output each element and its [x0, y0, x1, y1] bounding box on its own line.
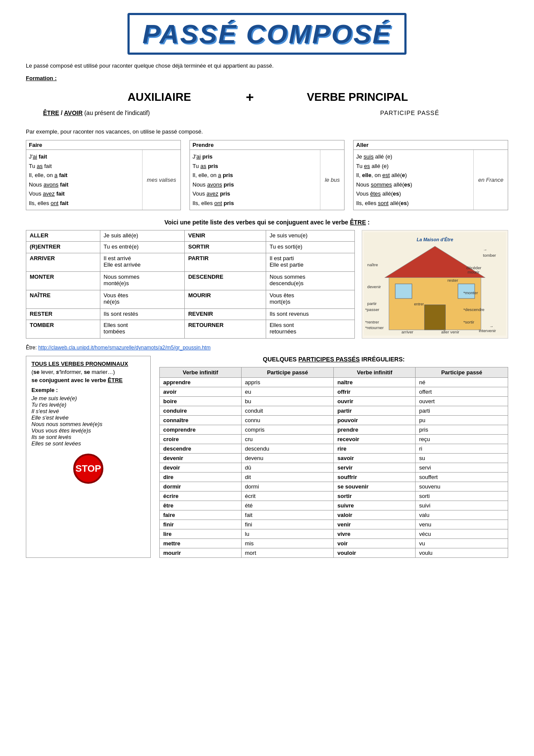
- etre-link-url[interactable]: http://claweb.cla.unipd.it/home/smazurel…: [38, 345, 211, 351]
- svg-rect-3: [395, 284, 412, 299]
- list-item: conduireconduitpartirparti: [160, 406, 508, 416]
- prendre-side: le bus: [320, 150, 344, 210]
- prendre-table: Prendre J'ai pris Tu as pris Il, elle, o…: [189, 140, 345, 210]
- pronominal-line-8: Elles se sont levées: [31, 440, 145, 447]
- svg-text:tomber: tomber: [483, 253, 497, 258]
- pronominal-etre-line: se conjuguent avec le verbe ÊTRE: [31, 377, 145, 383]
- prendre-line-3: Il, elle, on a pris: [192, 171, 317, 180]
- conj-descendre: Nous sommesdescendu(e)s: [266, 271, 354, 290]
- verb-rentrer: (R)ENTRER: [26, 242, 100, 253]
- table-row: TOMBER Elles sonttombées RETOURNER Elles…: [26, 320, 355, 338]
- svg-text:*monter: *monter: [463, 290, 478, 295]
- conj-aller: Je suis allé(e): [100, 230, 184, 242]
- prendre-line-4: Nous avons pris: [192, 180, 317, 189]
- svg-rect-2: [425, 305, 446, 330]
- list-item: finirfinivenirvenu: [160, 520, 508, 529]
- list-item: apprendreapprisnaîtrené: [160, 378, 508, 387]
- list-item: dormirdormise souvenirsouvenu: [160, 482, 508, 492]
- svg-text:intervenir: intervenir: [479, 328, 497, 333]
- aller-header: Aller: [354, 140, 508, 150]
- plus-label: +: [224, 89, 276, 105]
- table-row: ALLER Je suis allé(e) VENIR Je suis venu…: [26, 230, 355, 242]
- etre-avoir-label: ÊTRE / AVOIR (au présent de l'indicatif): [43, 109, 150, 116]
- aller-line-4: Nous sommes allé(es): [356, 180, 471, 189]
- title-section: PASSÉ COMPOSÉ: [26, 13, 508, 55]
- faire-header: Faire: [26, 140, 180, 150]
- house-svg: La Maison d'Être tomber → naître décéder…: [364, 232, 506, 336]
- svg-text:arriver: arriver: [401, 330, 413, 334]
- svg-text:partir: partir: [367, 301, 377, 306]
- pronominal-subtitle: (se lever, s'informer, se marier…): [31, 369, 145, 375]
- verb-aller: ALLER: [26, 230, 100, 242]
- etre-content: ALLER Je suis allé(e) VENIR Je suis venu…: [26, 230, 508, 339]
- list-item: comprendrecomprisprendrepris: [160, 425, 508, 435]
- house-illustration: La Maison d'Être tomber → naître décéder…: [362, 230, 508, 339]
- aller-side: en France: [473, 150, 508, 210]
- list-item: croirecrurecevoirreçu: [160, 435, 508, 444]
- conj-partir: Il est partiElle est partie: [266, 253, 354, 271]
- svg-text:devenir: devenir: [367, 284, 382, 289]
- prendre-conjugations: J'ai pris Tu as pris Il, elle, on a pris…: [190, 150, 320, 210]
- table-row: ARRIVER Il est arrivéElle est arrivée PA…: [26, 253, 355, 271]
- main-title: PASSÉ COMPOSÉ: [127, 13, 407, 55]
- aller-line-3: Il, elle, on est allé(e): [356, 171, 471, 180]
- prendre-body: J'ai pris Tu as pris Il, elle, on a pris…: [190, 150, 344, 210]
- svg-text:*sortir: *sortir: [463, 320, 475, 324]
- list-item: devenirdevenusavoirsu: [160, 454, 508, 463]
- pronominal-line-6: Vous vous êtes levé(e)s: [31, 427, 145, 434]
- prendre-line-5: Vous avez pris: [192, 190, 317, 198]
- irreg-section: QUELQUES PARTICIPES PASSÉS IRRÉGULIERS: …: [159, 356, 508, 558]
- aller-line-1: Je suis allé (e): [356, 152, 471, 161]
- verb-mourir: MOURIR: [184, 290, 266, 308]
- verbe-principal-label: VERBE PRINCIPAL: [276, 90, 439, 104]
- list-item: avoireuoffriroffert: [160, 387, 508, 397]
- aux-verbe-row: AUXILIAIRE + VERBE PRINCIPAL: [26, 89, 508, 105]
- svg-text:→: →: [483, 247, 487, 252]
- faire-line-5: Vous avez fait: [29, 190, 140, 198]
- conj-venir: Je suis venu(e): [266, 230, 354, 242]
- faire-line-3: Il, elle, on a fait: [29, 171, 140, 180]
- verb-monter: MONTER: [26, 271, 100, 290]
- conj-retourner: Elles sontretournées: [266, 320, 354, 338]
- conj-sortir: Tu es sorti(e): [266, 242, 354, 253]
- list-item: descendredescendurireri: [160, 444, 508, 454]
- conj-mourir: Vous êtesmort(e)s: [266, 290, 354, 308]
- pronominal-exemple: Exemple :: [31, 387, 145, 393]
- etre-link: Être: http://claweb.cla.unipd.it/home/sm…: [26, 345, 508, 351]
- svg-text:*retourner: *retourner: [365, 325, 384, 330]
- conj-rester: Ils sont restés: [100, 308, 184, 320]
- col-verbe-inf-2: Verbe infinitif: [334, 367, 416, 378]
- faire-table: Faire J'ai fait Tu as fait Il, elle, on …: [26, 140, 181, 210]
- table-row: RESTER Ils sont restés REVENIR Ils sont …: [26, 308, 355, 320]
- subtitle-row: ÊTRE / AVOIR (au présent de l'indicatif)…: [26, 109, 508, 120]
- auxiliaire-label: AUXILIAIRE: [95, 90, 224, 104]
- etre-section-title: Voici une petite liste des verbes qui se…: [26, 219, 508, 226]
- pronominal-line-2: Tu t'es levé(e): [31, 401, 145, 408]
- faire-line-4: Nous avons fait: [29, 180, 140, 189]
- formation-label: Formation :: [26, 75, 508, 81]
- conjugation-tables: Faire J'ai fait Tu as fait Il, elle, on …: [26, 140, 508, 210]
- conj-tomber: Elles sonttombées: [100, 320, 184, 338]
- faire-body: J'ai fait Tu as fait Il, elle, on a fait…: [26, 150, 180, 210]
- irreg-header-row: Verbe infinitif Participe passé Verbe in…: [160, 367, 508, 378]
- list-item: lireluvivrevécu: [160, 529, 508, 539]
- svg-text:*descendre: *descendre: [463, 307, 484, 312]
- verb-sortir: SORTIR: [184, 242, 266, 253]
- faire-line-6: Ils, elles ont fait: [29, 199, 140, 208]
- aller-line-6: Ils, elles sont allé(es): [356, 199, 471, 208]
- participe-passe-label: PARTICIPE PASSÉ: [380, 109, 439, 116]
- aller-table: Aller Je suis allé (e) Tu es allé (e) Il…: [353, 140, 508, 210]
- verb-arriver: ARRIVER: [26, 253, 100, 271]
- col-part-passe-1: Participe passé: [241, 367, 334, 378]
- conj-revenir: Ils sont revenus: [266, 308, 354, 320]
- verb-partir: PARTIR: [184, 253, 266, 271]
- list-item: devoirdûservirservi: [160, 463, 508, 473]
- svg-text:naître: naître: [367, 262, 378, 267]
- conj-monter: Nous sommesmonté(e)s: [100, 271, 184, 290]
- aller-line-5: Vous êtes allé(es): [356, 190, 471, 198]
- prendre-line-1: J'ai pris: [192, 152, 317, 161]
- col-part-passe-2: Participe passé: [416, 367, 508, 378]
- aller-body: Je suis allé (e) Tu es allé (e) Il, elle…: [354, 150, 508, 210]
- svg-text:*passer: *passer: [365, 307, 380, 312]
- prendre-header: Prendre: [190, 140, 344, 150]
